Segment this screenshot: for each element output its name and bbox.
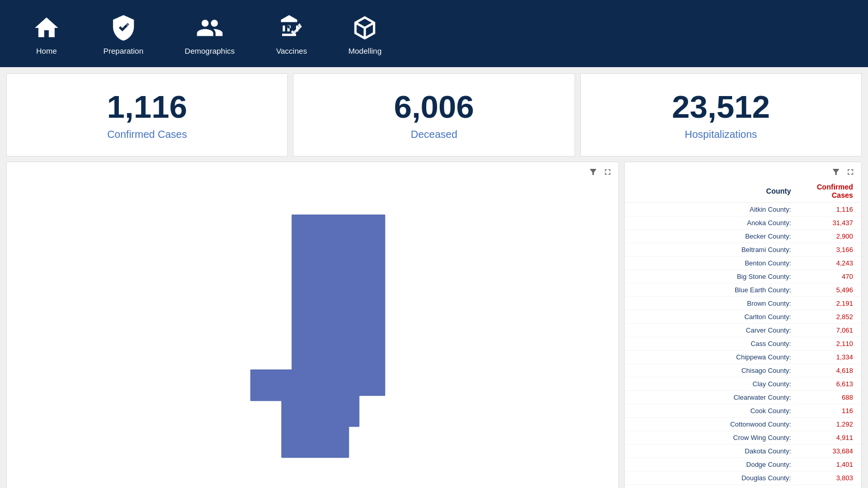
county-name: Douglas County:	[633, 474, 801, 482]
county-name: Clearwater County:	[633, 393, 801, 401]
table-row[interactable]: Big Stone County:470	[625, 270, 861, 284]
nav-home-label: Home	[36, 46, 57, 55]
table-row[interactable]: Brown County:2,191	[625, 297, 861, 310]
county-cases: 3,803	[801, 474, 853, 482]
nav-home[interactable]: Home	[10, 7, 83, 60]
nav-preparation[interactable]: Preparation	[83, 7, 164, 60]
table-row[interactable]: Douglas County:3,803	[625, 471, 861, 485]
county-cases: 116	[801, 407, 853, 415]
table-row[interactable]: Cook County:116	[625, 404, 861, 418]
table-row[interactable]: Faribault County:1,103	[625, 485, 861, 488]
county-cases: 1,292	[801, 420, 853, 428]
map-toolbar	[587, 166, 613, 178]
county-cases: 470	[801, 273, 853, 280]
col-cases-header: Confirmed Cases	[801, 183, 853, 199]
vaccines-icon	[276, 12, 307, 43]
stat-confirmed: 1,116 Confirmed Cases	[6, 73, 288, 156]
nav-vaccines-label: Vaccines	[276, 46, 307, 55]
preparation-icon	[108, 12, 139, 43]
table-row[interactable]: Dodge County:1,401	[625, 458, 861, 471]
county-cases: 6,613	[801, 380, 853, 388]
county-cases: 4,618	[801, 367, 853, 374]
county-name: Anoka County:	[633, 219, 801, 227]
stat-deceased: 6,006 Deceased	[293, 73, 575, 156]
stat-hospitalizations: 23,512 Hospitalizations	[580, 73, 862, 156]
county-name: Dodge County:	[633, 461, 801, 468]
county-name: Carver County:	[633, 326, 801, 334]
county-cases: 4,243	[801, 259, 853, 267]
filter-icon[interactable]	[587, 166, 599, 178]
table-expand-icon[interactable]	[845, 166, 856, 178]
table-body[interactable]: Aitkin County:1,116Anoka County:31,437Be…	[625, 203, 861, 488]
confirmed-number: 1,116	[107, 89, 187, 124]
county-cases: 2,110	[801, 340, 853, 348]
county-cases: 1,116	[801, 206, 853, 213]
county-cases: 33,684	[801, 447, 853, 455]
county-name: Dakota County:	[633, 447, 801, 455]
county-cases: 31,437	[801, 219, 853, 227]
county-name: Becker County:	[633, 232, 801, 240]
table-row[interactable]: Clay County:6,613	[625, 377, 861, 391]
county-name: Cook County:	[633, 407, 801, 415]
county-name: Cass County:	[633, 340, 801, 348]
county-name: Crow Wing County:	[633, 434, 801, 442]
nav-demographics-label: Demographics	[185, 46, 235, 55]
county-name: Clay County:	[633, 380, 801, 388]
county-cases: 2,191	[801, 300, 853, 307]
county-cases: 688	[801, 393, 853, 401]
county-name: Carlton County:	[633, 313, 801, 321]
table-row[interactable]: Beltrami County:3,166	[625, 243, 861, 257]
navbar: Home Preparation Demographics Vaccines M…	[0, 0, 868, 67]
table-row[interactable]: Clearwater County:688	[625, 391, 861, 404]
county-name: Beltrami County:	[633, 246, 801, 254]
col-county-header: County	[633, 187, 801, 195]
county-name: Cottonwood County:	[633, 420, 801, 428]
stats-row: 1,116 Confirmed Cases 6,006 Deceased 23,…	[0, 67, 868, 156]
table-row[interactable]: Aitkin County:1,116	[625, 203, 861, 216]
county-name: Chippewa County:	[633, 353, 801, 361]
county-cases: 2,852	[801, 313, 853, 321]
table-row[interactable]: Carver County:7,061	[625, 324, 861, 337]
main-content: County Confirmed Cases Aitkin County:1,1…	[0, 156, 868, 488]
county-cases: 5,496	[801, 286, 853, 294]
table-row[interactable]: Cass County:2,110	[625, 337, 861, 351]
table-row[interactable]: Dakota County:33,684	[625, 445, 861, 458]
table-row[interactable]: Crow Wing County:4,911	[625, 431, 861, 445]
nav-demographics[interactable]: Demographics	[164, 7, 256, 60]
county-map	[230, 204, 395, 463]
hospitalizations-label: Hospitalizations	[685, 129, 757, 140]
map-panel	[6, 162, 619, 488]
demographics-icon	[194, 12, 225, 43]
nav-preparation-label: Preparation	[103, 46, 144, 55]
county-cases: 1,334	[801, 353, 853, 361]
county-name: Brown County:	[633, 300, 801, 307]
table-row[interactable]: Anoka County:31,437	[625, 216, 861, 230]
table-row[interactable]: Carlton County:2,852	[625, 310, 861, 324]
table-header: County Confirmed Cases	[625, 162, 861, 203]
table-row[interactable]: Chippewa County:1,334	[625, 351, 861, 364]
county-name: Benton County:	[633, 259, 801, 267]
map-shape-container	[7, 162, 618, 488]
county-name: Chisago County:	[633, 367, 801, 374]
county-cases: 7,061	[801, 326, 853, 334]
confirmed-label: Confirmed Cases	[107, 129, 187, 140]
nav-vaccines[interactable]: Vaccines	[255, 7, 328, 60]
table-row[interactable]: Cottonwood County:1,292	[625, 418, 861, 431]
table-row[interactable]: Chisago County:4,618	[625, 364, 861, 377]
table-toolbar	[830, 166, 856, 178]
nav-modelling[interactable]: Modelling	[328, 7, 402, 60]
table-row[interactable]: Benton County:4,243	[625, 257, 861, 270]
nav-modelling-label: Modelling	[348, 46, 381, 55]
county-cases: 3,166	[801, 246, 853, 254]
expand-icon[interactable]	[602, 166, 613, 178]
table-panel: County Confirmed Cases Aitkin County:1,1…	[624, 162, 862, 488]
county-name: Blue Earth County:	[633, 286, 801, 294]
hospitalizations-number: 23,512	[672, 89, 770, 124]
county-name: Aitkin County:	[633, 206, 801, 213]
table-row[interactable]: Blue Earth County:5,496	[625, 284, 861, 297]
modelling-icon	[349, 12, 380, 43]
county-name: Big Stone County:	[633, 273, 801, 280]
svg-marker-1	[251, 215, 385, 458]
table-filter-icon[interactable]	[830, 166, 842, 178]
table-row[interactable]: Becker County:2,900	[625, 230, 861, 243]
